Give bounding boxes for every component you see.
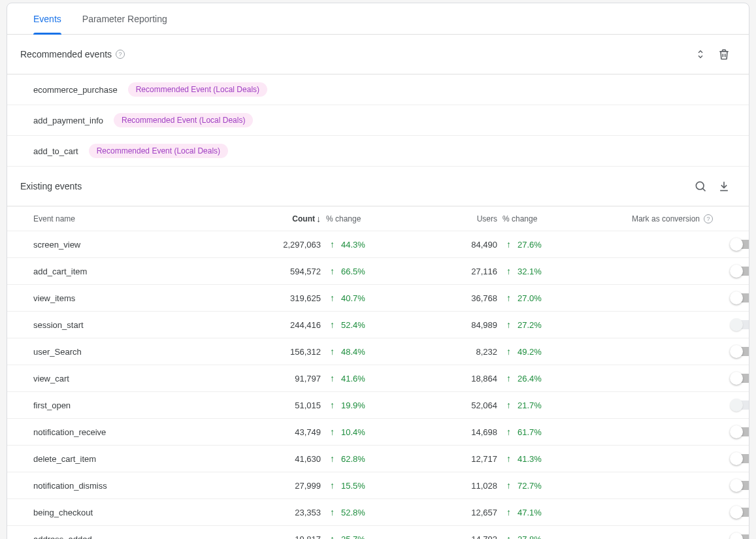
- th-count[interactable]: Count ↓: [255, 214, 321, 224]
- sort-desc-icon: ↓: [316, 214, 321, 224]
- arrow-up-icon: ↑: [506, 534, 511, 539]
- count-change: ↑48.4%: [321, 346, 393, 357]
- event-users: 14,793: [393, 534, 497, 540]
- search-icon[interactable]: [689, 174, 712, 198]
- table-row[interactable]: notification_dismiss27,999↑15.5%11,028↑7…: [7, 472, 749, 499]
- help-icon[interactable]: ?: [116, 50, 125, 59]
- arrow-up-icon: ↑: [506, 319, 511, 330]
- conversion-toggle[interactable]: [731, 347, 749, 356]
- event-users: 84,490: [393, 240, 497, 250]
- arrow-up-icon: ↑: [330, 346, 335, 357]
- table-row[interactable]: delete_cart_item41,630↑62.8%12,717↑41.3%: [7, 446, 749, 472]
- event-name: view_cart: [33, 374, 255, 384]
- recommended-events-header: Recommended events ?: [7, 35, 749, 74]
- table-row[interactable]: screen_view2,297,063↑44.3%84,490↑27.6%: [7, 231, 749, 258]
- users-change: ↑26.4%: [497, 373, 563, 384]
- event-users: 84,989: [393, 320, 497, 330]
- users-change: ↑27.8%: [497, 534, 563, 539]
- recommended-event-badge: Recommended Event (Local Deals): [128, 82, 267, 97]
- arrow-up-icon: ↑: [506, 346, 511, 357]
- arrow-up-icon: ↑: [330, 319, 335, 330]
- event-count: 156,312: [255, 347, 321, 357]
- expand-collapse-icon[interactable]: [689, 42, 712, 66]
- table-row[interactable]: view_items319,625↑40.7%36,768↑27.0%: [7, 285, 749, 312]
- recommended-events-title: Recommended events: [20, 49, 112, 59]
- events-card: Events Parameter Reporting Recommended e…: [7, 3, 749, 539]
- tab-parameter-reporting[interactable]: Parameter Reporting: [72, 3, 178, 35]
- event-name: address_added: [33, 534, 255, 540]
- event-count: 319,625: [255, 293, 321, 303]
- recommended-event-row[interactable]: add_payment_infoRecommended Event (Local…: [7, 105, 749, 136]
- arrow-up-icon: ↑: [330, 373, 335, 384]
- table-row[interactable]: session_start244,416↑52.4%84,989↑27.2%: [7, 312, 749, 338]
- table-row[interactable]: notification_receive43,749↑10.4%14,698↑6…: [7, 419, 749, 446]
- table-row[interactable]: being_checkout23,353↑52.8%12,657↑47.1%: [7, 499, 749, 526]
- recommended-event-row[interactable]: ecommerce_purchaseRecommended Event (Loc…: [7, 74, 749, 105]
- count-change: ↑40.7%: [321, 293, 393, 303]
- event-users: 18,864: [393, 374, 497, 384]
- count-change: ↑19.9%: [321, 400, 393, 410]
- table-row[interactable]: add_cart_item594,572↑66.5%27,116↑32.1%: [7, 258, 749, 285]
- download-icon[interactable]: [712, 174, 736, 198]
- users-change: ↑61.7%: [497, 427, 563, 437]
- arrow-up-icon: ↑: [330, 507, 335, 517]
- tab-events[interactable]: Events: [23, 3, 72, 35]
- event-name: first_open: [33, 400, 255, 410]
- arrow-up-icon: ↑: [506, 239, 511, 250]
- event-name: being_checkout: [33, 508, 255, 517]
- users-change: ↑49.2%: [497, 346, 563, 357]
- users-change: ↑27.6%: [497, 239, 563, 250]
- conversion-toggle[interactable]: [731, 534, 749, 539]
- conversion-toggle: [731, 320, 749, 329]
- event-count: 43,749: [255, 427, 321, 437]
- arrow-up-icon: ↑: [506, 480, 511, 491]
- recommended-event-badge: Recommended Event (Local Deals): [114, 113, 253, 127]
- delete-icon[interactable]: [712, 42, 736, 66]
- event-count: 2,297,063: [255, 240, 321, 250]
- conversion-toggle[interactable]: [731, 374, 749, 383]
- conversion-toggle[interactable]: [731, 293, 749, 302]
- event-count: 51,015: [255, 400, 321, 410]
- tabs: Events Parameter Reporting: [7, 3, 749, 35]
- table-row[interactable]: view_cart91,797↑41.6%18,864↑26.4%: [7, 365, 749, 392]
- arrow-up-icon: ↑: [506, 373, 511, 384]
- event-name: screen_view: [33, 240, 255, 250]
- users-change: ↑21.7%: [497, 400, 563, 410]
- event-users: 12,657: [393, 508, 497, 517]
- event-users: 36,768: [393, 293, 497, 303]
- count-change: ↑62.8%: [321, 453, 393, 464]
- conversion-toggle[interactable]: [731, 267, 749, 276]
- conversion-toggle[interactable]: [731, 454, 749, 463]
- count-change: ↑10.4%: [321, 427, 393, 437]
- conversion-toggle[interactable]: [731, 508, 749, 517]
- event-count: 41,630: [255, 454, 321, 464]
- arrow-up-icon: ↑: [506, 507, 511, 517]
- table-row[interactable]: address_added19,817↑25.7%14,793↑27.8%: [7, 526, 749, 539]
- recommended-event-row[interactable]: add_to_cartRecommended Event (Local Deal…: [7, 136, 749, 167]
- th-users[interactable]: Users: [393, 214, 497, 223]
- count-change: ↑15.5%: [321, 480, 393, 491]
- th-count-change[interactable]: % change: [321, 214, 393, 223]
- recommended-event-badge: Recommended Event (Local Deals): [89, 144, 228, 158]
- event-users: 14,698: [393, 427, 497, 437]
- table-row[interactable]: first_open51,015↑19.9%52,064↑21.7%: [7, 392, 749, 419]
- th-event-name[interactable]: Event name: [33, 214, 255, 223]
- conversion-toggle[interactable]: [731, 427, 749, 436]
- help-icon[interactable]: ?: [704, 214, 713, 223]
- arrow-up-icon: ↑: [330, 266, 335, 276]
- arrow-up-icon: ↑: [506, 293, 511, 303]
- event-count: 23,353: [255, 508, 321, 517]
- events-table-body: screen_view2,297,063↑44.3%84,490↑27.6%ad…: [7, 231, 749, 539]
- count-change: ↑66.5%: [321, 266, 393, 276]
- table-row[interactable]: user_Search156,312↑48.4%8,232↑49.2%: [7, 338, 749, 365]
- conversion-toggle[interactable]: [731, 481, 749, 490]
- table-header-row: Event name Count ↓ % change Users % chan…: [7, 206, 749, 231]
- event-name: notification_receive: [33, 427, 255, 437]
- th-users-change[interactable]: % change: [497, 214, 563, 223]
- conversion-toggle[interactable]: [731, 240, 749, 249]
- arrow-up-icon: ↑: [506, 453, 511, 464]
- users-change: ↑47.1%: [497, 507, 563, 517]
- event-users: 8,232: [393, 347, 497, 357]
- count-change: ↑41.6%: [321, 373, 393, 384]
- arrow-up-icon: ↑: [330, 534, 335, 539]
